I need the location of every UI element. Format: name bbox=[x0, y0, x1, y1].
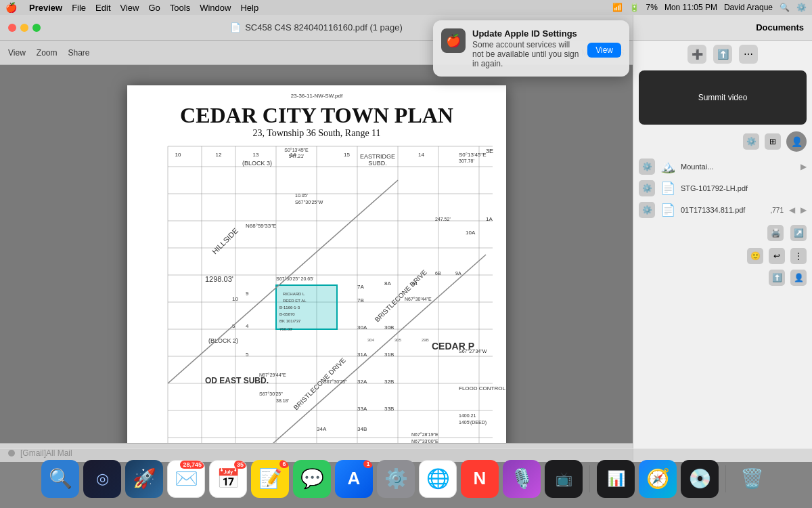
panel-header: Documents bbox=[633, 15, 812, 41]
file-settings-icon-1: ⚙️ bbox=[639, 158, 655, 175]
menu-go[interactable]: Go bbox=[148, 3, 160, 13]
panel-grid-icon[interactable]: ⊞ bbox=[765, 133, 781, 150]
svg-text:N67°29'44"E: N67°29'44"E bbox=[259, 373, 286, 377]
dock-separator-2 bbox=[725, 465, 726, 492]
svg-text:N67°28'19"E: N67°28'19"E bbox=[411, 432, 438, 437]
panel-add-icon[interactable]: ➕ bbox=[687, 45, 706, 64]
dock: 🔍 ◎ 🚀 ✉️ 28,745 📅 35 📝 6 💬 A 1 ⚙️ 🌐 N 🎙️… bbox=[0, 448, 812, 508]
svg-text:3E: 3E bbox=[486, 148, 493, 154]
svg-text:RICHARD L: RICHARD L bbox=[283, 292, 305, 296]
dock-notes[interactable]: 📝 6 bbox=[251, 460, 289, 498]
search-icon[interactable]: 🔍 bbox=[780, 3, 790, 12]
minimize-button[interactable] bbox=[20, 24, 28, 32]
menu-view[interactable]: View bbox=[120, 3, 139, 13]
file-row-3[interactable]: ⚙️ 📄 01T171334.811.pdf ,771 ◀ ▶ bbox=[633, 199, 812, 221]
window-title: 📄 SC458 C4S 824040116160.pdf (1 page) bbox=[230, 22, 403, 33]
smiley-icon[interactable]: 🙂 bbox=[747, 248, 763, 264]
dock-chrome[interactable]: 🌐 bbox=[419, 460, 457, 498]
notif-view-button[interactable]: View bbox=[587, 43, 621, 58]
panel-more-icon[interactable]: ⋯ bbox=[739, 45, 758, 64]
svg-text:247.52': 247.52' bbox=[435, 217, 451, 221]
svg-text:S67°27'34"W: S67°27'34"W bbox=[459, 349, 487, 354]
svg-text:FLOOD CONTROL: FLOOD CONTROL bbox=[459, 385, 505, 391]
external-link-icon[interactable]: ↗️ bbox=[790, 225, 807, 241]
svg-text:1405'(DEED): 1405'(DEED) bbox=[459, 420, 487, 425]
dock-appstore[interactable]: A 1 bbox=[335, 460, 373, 498]
maximize-button[interactable] bbox=[32, 24, 41, 32]
user-avatar[interactable]: 👤 bbox=[786, 131, 807, 152]
toolbar-share-btn[interactable]: Share bbox=[68, 48, 89, 58]
control-center-icon[interactable]: ⚙️ bbox=[796, 3, 807, 12]
svg-text:(BLOCK 3): (BLOCK 3) bbox=[242, 160, 272, 167]
menu-window[interactable]: Window bbox=[200, 3, 231, 13]
menubar-app-name[interactable]: Preview bbox=[29, 3, 62, 13]
dock-trash[interactable]: 🗑️ bbox=[733, 460, 771, 498]
file-nav-left-3[interactable]: ◀ bbox=[789, 205, 795, 215]
close-button[interactable] bbox=[8, 24, 16, 32]
svg-text:38.18': 38.18' bbox=[276, 398, 289, 403]
svg-text:547.21': 547.21' bbox=[288, 154, 304, 158]
apple-logo-icon[interactable]: 🍎 bbox=[5, 2, 17, 13]
video-card[interactable]: Summit video bbox=[639, 70, 807, 125]
toolbar-view-btn[interactable]: View bbox=[8, 48, 26, 58]
video-label: Summit video bbox=[698, 93, 748, 102]
svg-text:31B: 31B bbox=[384, 352, 394, 358]
dock-dvd[interactable]: 💿 bbox=[681, 460, 719, 498]
file-name-2: STG-101792-LH.pdf bbox=[681, 184, 807, 192]
panel-settings-icon[interactable]: ⚙️ bbox=[743, 133, 759, 150]
svg-text:32B: 32B bbox=[384, 379, 394, 385]
notif-title: Update Apple ID Settings bbox=[472, 28, 581, 39]
dock-messages[interactable]: 💬 bbox=[293, 460, 331, 498]
svg-text:14: 14 bbox=[418, 152, 424, 158]
svg-text:10: 10 bbox=[232, 296, 238, 302]
dock-safari[interactable]: 🧭 bbox=[639, 460, 677, 498]
menu-edit[interactable]: Edit bbox=[95, 3, 110, 13]
menu-bar: 🍎 Preview File Edit View Go Tools Window… bbox=[0, 0, 812, 15]
svg-text:7A: 7A bbox=[357, 284, 364, 290]
file-settings-icon-3: ⚙️ bbox=[639, 202, 655, 218]
svg-text:307.78': 307.78' bbox=[459, 158, 474, 163]
dock-actmon[interactable]: 📊 bbox=[597, 460, 635, 498]
menu-help[interactable]: Help bbox=[240, 3, 258, 13]
reply-icon[interactable]: ↩ bbox=[769, 248, 785, 264]
dock-finder[interactable]: 🔍 bbox=[41, 460, 79, 498]
pdf-map-svg: 23-36-11-NW-SW.pdf CEDAR CITY TOWN PLAN … bbox=[127, 85, 506, 462]
notification-popup: 🍎 Update Apple ID Settings Some account … bbox=[433, 20, 629, 77]
dock-siri[interactable]: ◎ bbox=[83, 460, 121, 498]
dock-appletv[interactable]: 📺 bbox=[545, 460, 583, 498]
panel-share-icon[interactable]: ⬆️ bbox=[713, 45, 732, 64]
dock-gmail[interactable]: ✉️ 28,745 bbox=[167, 460, 205, 498]
print-icon[interactable]: 🖨️ bbox=[767, 225, 784, 241]
svg-text:31A: 31A bbox=[357, 352, 367, 358]
dock-settings[interactable]: ⚙️ bbox=[377, 460, 415, 498]
pdf-page: 23-36-11-NW-SW.pdf CEDAR CITY TOWN PLAN … bbox=[127, 85, 506, 462]
svg-text:1400.21: 1400.21 bbox=[459, 413, 476, 418]
battery-icon: 🔋 bbox=[629, 3, 639, 12]
file-name-3: 01T171334.811.pdf bbox=[681, 206, 765, 214]
dock-launchpad[interactable]: 🚀 bbox=[125, 460, 163, 498]
more-icon[interactable]: ⋮ bbox=[790, 248, 807, 264]
file-nav-right-3[interactable]: ▶ bbox=[800, 205, 807, 215]
share-bottom-icon[interactable]: ⬆️ bbox=[769, 270, 785, 286]
svg-text:33A: 33A bbox=[357, 406, 367, 412]
svg-text:10.05': 10.05' bbox=[295, 193, 308, 198]
traffic-lights[interactable] bbox=[8, 24, 41, 32]
dock-news[interactable]: N bbox=[461, 460, 499, 498]
toolbar-zoom-btn[interactable]: Zoom bbox=[37, 48, 58, 58]
file-row-1[interactable]: ⚙️ 🏔️ Mountai... ▶ bbox=[633, 156, 812, 177]
svg-text:13: 13 bbox=[252, 152, 258, 158]
svg-text:304: 304 bbox=[367, 338, 375, 342]
menu-file[interactable]: File bbox=[72, 3, 86, 13]
svg-text:S67°30'25"W: S67°30'25"W bbox=[295, 200, 323, 205]
svg-text:15: 15 bbox=[344, 152, 350, 158]
dock-podcasts[interactable]: 🎙️ bbox=[503, 460, 541, 498]
gmail-badge: 28,745 bbox=[180, 461, 204, 469]
person-bottom-icon[interactable]: 👤 bbox=[790, 270, 807, 286]
svg-text:SUBD.: SUBD. bbox=[368, 160, 387, 167]
menu-tools[interactable]: Tools bbox=[170, 3, 190, 13]
dock-calendar[interactable]: 📅 35 bbox=[209, 460, 247, 498]
file-row-2[interactable]: ⚙️ 📄 STG-101792-LH.pdf bbox=[633, 177, 812, 199]
svg-text:23, Township 36 South, Range 1: 23, Township 36 South, Range 11 bbox=[252, 128, 380, 138]
user-name: David Araque bbox=[724, 3, 773, 12]
svg-text:305: 305 bbox=[394, 338, 402, 342]
